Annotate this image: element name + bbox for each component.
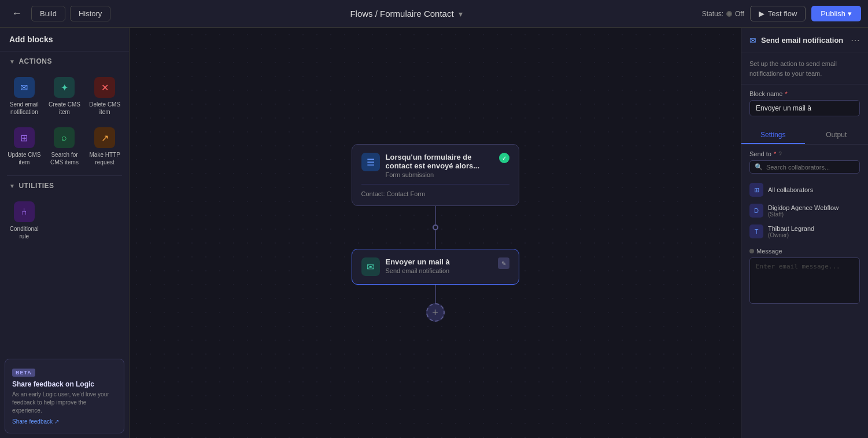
collaborator-digidop[interactable]: D Digidop Agence Webflow (Staff) [741, 200, 868, 221]
search-cms-label: Search for CMS items [47, 151, 82, 166]
message-dot-icon [749, 249, 754, 253]
send-to-label: Send to * ? [749, 150, 860, 157]
delete-cms-label: Delete CMS item [87, 101, 122, 116]
publish-label: Publish [821, 9, 845, 18]
block-name-section: Block name * [741, 84, 868, 122]
main-layout: Add blocks ▼ Actions ✉ Send email notifi… [0, 28, 868, 438]
collab-thibaut-info: Thibaut Legrand (Owner) [768, 225, 814, 238]
block-create-cms[interactable]: ✦ Create CMS item [45, 71, 84, 120]
block-update-cms[interactable]: ⊞ Update CMS item [5, 122, 44, 171]
block-http-request[interactable]: ↗ Make HTTP request [85, 122, 124, 171]
beta-title: Share feedback on Logic [12, 380, 117, 388]
topbar: ← Build History Flows / Formulaire Conta… [0, 0, 868, 28]
email-node[interactable]: ✉ Envoyer un mail à Send email notificat… [352, 249, 519, 285]
share-feedback-link[interactable]: Share feedback ↗ [12, 418, 59, 425]
create-cms-label: Create CMS item [47, 101, 82, 116]
collab-thibaut-icon: T [749, 224, 763, 238]
share-feedback-label: Share feedback [12, 418, 53, 425]
beta-badge: BETA [12, 369, 35, 377]
trigger-node-footer: Contact: Contact Form [361, 184, 509, 197]
block-send-email[interactable]: ✉ Send email notification [5, 71, 44, 120]
back-button[interactable]: ← [7, 5, 27, 22]
actions-section-header[interactable]: ▼ Actions [0, 51, 129, 69]
add-step-button[interactable]: + [426, 303, 445, 322]
message-textarea[interactable] [749, 257, 860, 304]
add-blocks-header: Add blocks [0, 28, 129, 51]
send-to-section: Send to * ? 🔍 [741, 145, 868, 179]
trigger-node-subtitle: Form submission [386, 171, 493, 178]
test-flow-button[interactable]: ▶ Test flow [750, 6, 806, 21]
connector-line-1 [435, 206, 436, 224]
http-request-label: Make HTTP request [87, 151, 122, 166]
tab-output[interactable]: Output [805, 127, 869, 144]
create-cms-icon: ✦ [54, 77, 75, 98]
right-panel-description: Set up the action to send email notifica… [741, 53, 868, 84]
email-node-edit-icon[interactable]: ✎ [498, 257, 509, 269]
collaborator-thibaut[interactable]: T Thibaut Legrand (Owner) [741, 221, 868, 242]
collaborator-all[interactable]: ⊞ All collaborators [741, 179, 868, 200]
trigger-node-icon: ☰ [361, 153, 380, 171]
canvas[interactable]: ☰ Lorsqu'un formulaire de contact est en… [130, 28, 741, 438]
block-name-input[interactable] [749, 100, 860, 116]
message-section: Message [741, 242, 868, 312]
beta-feedback-box: BETA Share feedback on Logic As an early… [5, 359, 124, 433]
flow-container: ☰ Lorsqu'un formulaire de contact est en… [130, 28, 741, 438]
collab-digidop-icon: D [749, 204, 763, 218]
trigger-node-content: Lorsqu'un formulaire de contact est envo… [386, 153, 493, 178]
status-value: Off [735, 10, 744, 18]
block-delete-cms[interactable]: ✕ Delete CMS item [85, 71, 124, 120]
right-panel-more-icon[interactable]: ⋯ [851, 35, 860, 46]
publish-button[interactable]: Publish ▾ [811, 6, 861, 21]
email-node-header: ✉ Envoyer un mail à Send email notificat… [361, 257, 509, 276]
title-chevron-icon: ▾ [459, 9, 463, 19]
status-label: Status: [702, 10, 723, 18]
flow-title: Flows / Formulaire Contact [350, 9, 453, 19]
test-flow-label: Test flow [768, 9, 797, 18]
connector-line-3 [435, 285, 436, 303]
utilities-chevron-icon: ▼ [9, 183, 15, 189]
utilities-section-header[interactable]: ▼ Utilities [0, 176, 129, 193]
actions-label: Actions [19, 57, 52, 65]
search-collaborators-field[interactable]: 🔍 [749, 160, 860, 174]
settings-tabs: Settings Output [741, 127, 868, 145]
publish-chevron-icon: ▾ [848, 9, 852, 18]
test-flow-icon: ▶ [759, 9, 764, 18]
block-search-cms[interactable]: ⌕ Search for CMS items [45, 122, 84, 171]
actions-chevron-icon: ▼ [9, 58, 15, 65]
email-node-subtitle: Send email notification [386, 267, 492, 274]
collab-all-name: All collaborators [768, 186, 813, 193]
left-panel: Add blocks ▼ Actions ✉ Send email notifi… [0, 28, 130, 438]
send-email-label: Send email notification [7, 101, 42, 116]
topbar-right: Status: Off ▶ Test flow Publish ▾ [702, 6, 861, 21]
send-to-info-icon: ? [778, 151, 782, 157]
trigger-node-header: ☰ Lorsqu'un formulaire de contact est en… [361, 153, 509, 178]
connector-dot-1 [433, 224, 438, 230]
search-collaborators-input[interactable] [766, 164, 855, 171]
email-node-content: Envoyer un mail à Send email notificatio… [386, 257, 492, 274]
http-request-icon: ↗ [94, 127, 115, 148]
block-name-label: Block name * [749, 90, 860, 97]
send-to-required: * [774, 150, 776, 157]
update-cms-icon: ⊞ [14, 127, 35, 148]
history-button[interactable]: History [70, 6, 110, 21]
conditional-icon: ⑃ [14, 201, 35, 222]
trigger-node[interactable]: ☰ Lorsqu'un formulaire de contact est en… [352, 144, 519, 206]
topbar-center: Flows / Formulaire Contact ▾ [115, 9, 697, 19]
share-feedback-icon: ↗ [54, 418, 59, 425]
utilities-blocks-grid: ⑃ Conditional rule [0, 193, 129, 249]
tab-settings[interactable]: Settings [741, 127, 805, 144]
beta-desc: As an early Logic user, we'd love your f… [12, 391, 117, 415]
status-badge: Status: Off [702, 10, 744, 18]
update-cms-label: Update CMS item [7, 151, 42, 166]
collab-digidop-info: Digidop Agence Webflow (Staff) [768, 204, 839, 218]
build-button[interactable]: Build [31, 6, 65, 21]
email-node-icon: ✉ [361, 257, 380, 276]
right-panel-title: Send email notification [761, 36, 846, 45]
search-cms-icon: ⌕ [54, 127, 75, 148]
status-dot-icon [726, 11, 732, 17]
search-icon: 🔍 [755, 163, 763, 171]
conditional-label: Conditional rule [7, 225, 42, 240]
block-conditional[interactable]: ⑃ Conditional rule [5, 196, 44, 245]
message-label: Message [749, 248, 860, 255]
actions-blocks-grid: ✉ Send email notification ✦ Create CMS i… [0, 69, 129, 175]
